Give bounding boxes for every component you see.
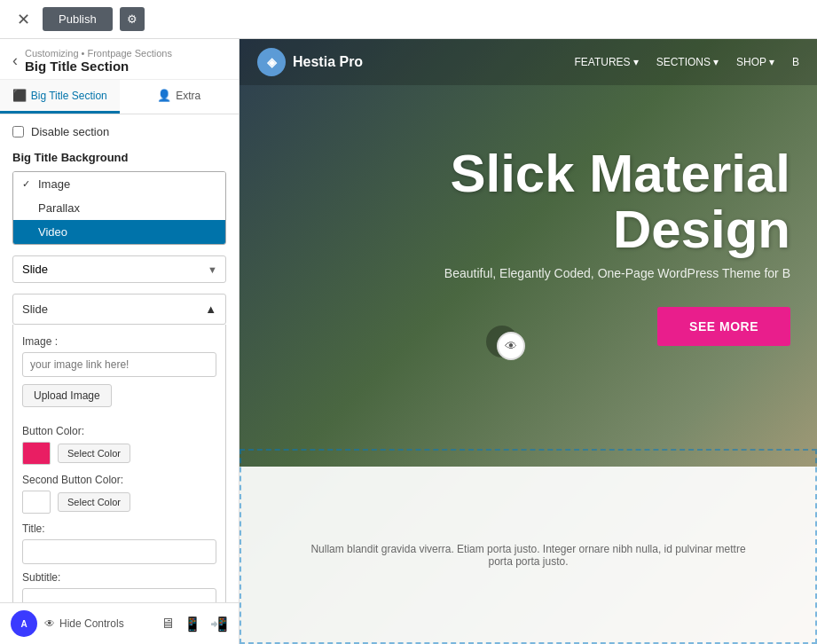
hero-title: Slick Material Design [450, 145, 790, 257]
nav-item-sections[interactable]: SECTIONS ▾ [656, 56, 719, 68]
button-color-swatch[interactable] [22, 442, 51, 465]
hide-controls-button[interactable]: 👁 Hide Controls [44, 617, 124, 630]
bottom-bar-right: 🖥 📱 📲 [161, 616, 228, 632]
title-field-label: Title: [22, 522, 216, 535]
hide-controls-icon: 👁 [44, 617, 55, 630]
sidebar-bottom-bar: A 👁 Hide Controls 🖥 📱 📲 [0, 602, 239, 644]
nav-sections-label: SECTIONS [656, 56, 711, 68]
sidebar-content: Disable section Big Title Background ✓ I… [0, 114, 239, 602]
logo-icon: ◈ [257, 48, 286, 76]
disable-section-label: Disable section [31, 125, 109, 138]
second-button-color-label: Second Button Color: [22, 474, 216, 486]
image-field-label: Image : [22, 335, 216, 348]
nav-item-b[interactable]: B [792, 56, 799, 68]
dropdown-item-video[interactable]: Video [13, 220, 225, 244]
dropdown-item-image-label: Image [38, 177, 70, 191]
breadcrumb-path: Customizing • Frontpage Sections [25, 48, 172, 59]
mobile-preview-button[interactable]: 📲 [210, 616, 228, 632]
tab-big-title[interactable]: ⬛ Big Title Section [0, 80, 120, 114]
accordion-slide-label: Slide [22, 302, 48, 316]
website-header: ◈ Hestia Pro FEATURES ▾ SECTIONS ▾ SHOP … [240, 39, 817, 85]
button-color-row: Select Color [22, 442, 216, 465]
main-layout: ‹ Customizing • Frontpage Sections Big T… [0, 39, 817, 644]
avatar-text: A [20, 619, 27, 629]
slide-select-wrap: Slide Fade None ▼ [12, 255, 226, 283]
image-url-input[interactable] [22, 352, 216, 377]
tab-big-title-icon: ⬛ [12, 89, 27, 102]
desktop-preview-button[interactable]: 🖥 [161, 616, 175, 632]
dropdown-item-parallax[interactable]: Parallax [13, 196, 225, 220]
subtitle-field-label: Subtitle: [22, 571, 216, 584]
see-more-button[interactable]: SEE MORE [657, 307, 790, 346]
nav-shop-arrow: ▾ [769, 56, 774, 68]
top-bar-left: ✕ Publish ⚙ [11, 7, 145, 32]
nav-shop-label: SHOP [736, 56, 766, 68]
hide-controls-label: Hide Controls [59, 617, 124, 630]
tab-big-title-label: Big Title Section [31, 90, 107, 102]
nav-b-label: B [792, 56, 799, 68]
bottom-content-section: Nullam blandit gravida viverra. Etiam po… [240, 467, 817, 644]
breadcrumb-bar: ‹ Customizing • Frontpage Sections Big T… [0, 39, 239, 80]
second-button-color-swatch[interactable] [22, 491, 51, 514]
hero-content: Slick Material Design Beautiful, Elegant… [240, 110, 817, 346]
tablet-preview-button[interactable]: 📱 [184, 616, 201, 632]
website-logo: ◈ Hestia Pro [257, 48, 363, 76]
publish-button[interactable]: Publish [43, 7, 113, 31]
tab-extra-label: Extra [176, 90, 200, 102]
second-button-select-color-btn[interactable]: Select Color [58, 492, 130, 512]
sidebar: ‹ Customizing • Frontpage Sections Big T… [0, 39, 240, 644]
breadcrumb-info: Customizing • Frontpage Sections Big Tit… [25, 48, 172, 74]
nav-item-features[interactable]: FEATURES ▾ [575, 56, 639, 68]
hero-title-line2: Design [450, 201, 790, 257]
nav-features-label: FEATURES [575, 56, 631, 68]
accordion-slide-content: Image : Upload Image Button Color: Selec… [12, 325, 226, 602]
section-eye-icon[interactable]: 👁 [497, 332, 525, 360]
top-bar: ✕ Publish ⚙ [0, 0, 817, 39]
nav-item-shop[interactable]: SHOP ▾ [736, 56, 774, 68]
tabs-bar: ⬛ Big Title Section 👤 Extra [0, 80, 239, 114]
back-button[interactable]: ‹ [12, 51, 18, 70]
dropdown-item-video-label: Video [38, 225, 67, 239]
checkmark-image: ✓ [22, 178, 33, 190]
background-label: Big Title Background [12, 151, 226, 164]
preview-background: ◈ Hestia Pro FEATURES ▾ SECTIONS ▾ SHOP … [240, 39, 817, 644]
hero-subtitle: Beautiful, Elegantly Coded, One-Page Wor… [444, 266, 790, 280]
dropdown-item-parallax-label: Parallax [38, 201, 80, 215]
gear-button[interactable]: ⚙ [120, 7, 145, 31]
image-field-group: Image : Upload Image [22, 335, 216, 416]
avatar: A [11, 610, 37, 637]
second-button-color-row: Select Color [22, 491, 216, 514]
breadcrumb-title: Big Title Section [25, 59, 172, 74]
bottom-section-text: Nullam blandit gravida viverra. Etiam po… [307, 543, 750, 568]
button-select-color-btn[interactable]: Select Color [58, 444, 130, 463]
background-dropdown-list: ✓ Image Parallax Video [12, 171, 226, 245]
website-nav: FEATURES ▾ SECTIONS ▾ SHOP ▾ B [575, 56, 800, 68]
disable-section-checkbox[interactable] [12, 126, 24, 137]
close-button[interactable]: ✕ [11, 7, 35, 32]
tab-extra[interactable]: 👤 Extra [120, 80, 240, 114]
subtitle-input[interactable] [22, 588, 216, 602]
bottom-bar-left: A 👁 Hide Controls [11, 610, 124, 637]
title-input[interactable]: Simple & Awesome [22, 539, 216, 564]
nav-features-arrow: ▾ [633, 56, 639, 68]
tab-extra-icon: 👤 [157, 89, 171, 102]
logo-text: Hestia Pro [293, 54, 363, 70]
hero-title-line1: Slick Material [450, 145, 790, 201]
accordion-up-icon: ▲ [205, 302, 216, 316]
accordion-slide-header[interactable]: Slide ▲ [12, 294, 226, 325]
preview-area: ◈ Hestia Pro FEATURES ▾ SECTIONS ▾ SHOP … [240, 39, 817, 644]
button-color-label: Button Color: [22, 425, 216, 437]
upload-image-button[interactable]: Upload Image [22, 384, 112, 407]
close-icon: ✕ [17, 10, 30, 29]
disable-section-row: Disable section [12, 125, 226, 138]
slide-select[interactable]: Slide Fade None [12, 255, 226, 283]
nav-sections-arrow: ▾ [713, 56, 719, 68]
dropdown-item-image[interactable]: ✓ Image [13, 172, 225, 196]
